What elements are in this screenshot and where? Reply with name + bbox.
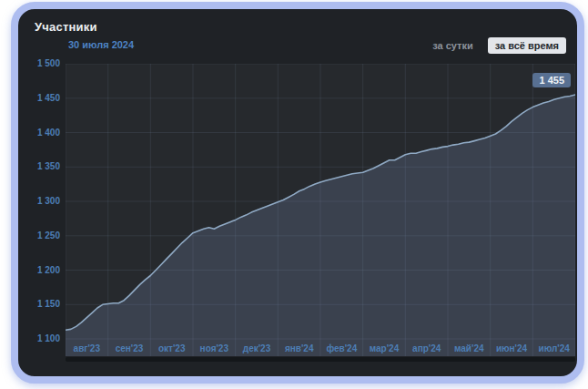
x-axis-tick: ноя'23 (200, 343, 229, 353)
x-axis-tick: мар'24 (370, 343, 400, 353)
x-axis-tick: фев'24 (326, 343, 357, 353)
x-axis-tick: авг'23 (74, 343, 101, 353)
x-axis-tick: июн'24 (496, 343, 528, 353)
y-axis-tick: 1 250 (18, 230, 60, 242)
selected-date-label: 30 июля 2024 (68, 39, 134, 50)
x-axis-tick: май'24 (454, 343, 484, 353)
stats-panel: Участники 30 июля 2024 за сутки за всё в… (18, 9, 577, 376)
x-axis-tick: сен'23 (116, 343, 144, 353)
members-area-chart[interactable]: авг'23сен'23окт'23ноя'23дек'23янв'24фев'… (66, 64, 575, 356)
y-axis: 1 5001 4501 4001 3501 3001 2501 2001 150… (18, 9, 60, 376)
value-tooltip: 1 455 (532, 73, 571, 87)
x-axis-tick: июл'24 (539, 343, 571, 353)
all-time-toggle[interactable]: за всё время (488, 37, 566, 54)
scroll-strip[interactable] (66, 357, 575, 362)
x-axis-tick: апр'24 (412, 343, 441, 353)
x-axis-tick: дек'23 (243, 343, 271, 353)
y-axis-tick: 1 100 (18, 333, 60, 345)
per-day-toggle[interactable]: за сутки (432, 40, 473, 51)
y-axis-tick: 1 350 (18, 160, 60, 173)
x-axis-tick: окт'23 (158, 343, 186, 353)
y-axis-tick: 1 150 (18, 298, 60, 311)
y-axis-tick: 1 450 (18, 92, 60, 105)
time-range-toolbar: за сутки за всё время (432, 37, 566, 54)
y-axis-tick: 1 200 (18, 264, 60, 277)
y-axis-tick: 1 400 (18, 127, 60, 139)
y-axis-tick: 1 500 (18, 57, 60, 70)
x-axis-tick: янв'24 (285, 343, 314, 353)
y-axis-tick: 1 300 (18, 195, 60, 208)
window-frame: Участники 30 июля 2024 за сутки за всё в… (11, 2, 584, 384)
chart-plot[interactable]: авг'23сен'23окт'23ноя'23дек'23янв'24фев'… (66, 64, 575, 356)
